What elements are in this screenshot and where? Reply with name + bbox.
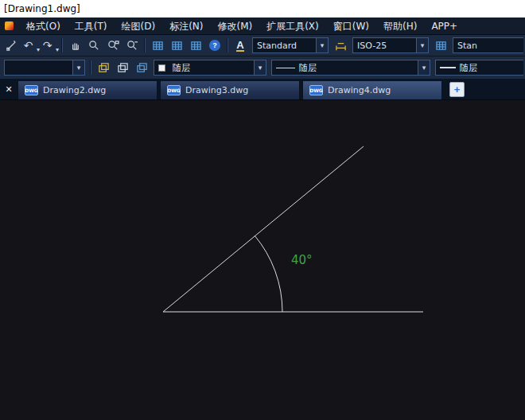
redo-dropdown-icon[interactable]: ▾: [56, 46, 59, 56]
angle-diagonal-line[interactable]: [163, 146, 364, 312]
zoom-realtime-button[interactable]: [84, 37, 103, 54]
title-bar: [Drawing1.dwg]: [0, 0, 525, 18]
menu-app-plus[interactable]: APP+: [424, 18, 465, 35]
help-button[interactable]: ?: [205, 37, 224, 54]
dimension-icon: [335, 40, 347, 52]
match-properties-button[interactable]: [2, 37, 21, 54]
zoom-window-button[interactable]: [103, 37, 122, 54]
dwg-file-icon: DWG: [309, 85, 323, 95]
menu-help[interactable]: 帮助(H): [376, 18, 424, 35]
table-style-button[interactable]: [431, 37, 450, 54]
standard-toolbar: ↶ ▾ ↷ ▾ ? A Standard ▾ ISO-25 ▾ Stan: [0, 35, 525, 56]
tab-drawing3[interactable]: DWG Drawing3.dwg: [160, 80, 300, 99]
redo-icon: ↷: [43, 39, 52, 52]
layers-icon: [117, 62, 129, 74]
toolbar-separator: [61, 38, 63, 52]
hand-icon: [69, 40, 81, 52]
dim-style-combo[interactable]: ISO-25 ▾: [352, 37, 429, 53]
menu-format[interactable]: 格式(O): [19, 18, 68, 35]
lineweight-sample: [440, 67, 456, 68]
tab-label: Drawing2.dwg: [43, 85, 106, 95]
zoom-previous-button[interactable]: [122, 37, 142, 54]
grid-icon: [152, 40, 164, 52]
chevron-down-icon[interactable]: ▾: [416, 38, 428, 52]
menu-express-tools[interactable]: 扩展工具(X): [259, 18, 326, 35]
dwg-file-icon: DWG: [25, 85, 38, 95]
table-style-combo[interactable]: Stan: [453, 37, 523, 53]
linetype-sample: [276, 68, 295, 68]
menu-bar: 格式(O) 工具(T) 绘图(D) 标注(N) 修改(M) 扩展工具(X) 窗口…: [0, 18, 525, 35]
text-style-icon: A: [236, 40, 243, 52]
layer-previous-button[interactable]: [132, 59, 151, 76]
window-title: [Drawing1.dwg]: [4, 3, 80, 14]
tab-drawing4[interactable]: DWG Drawing4.dwg: [302, 80, 442, 99]
pan-button[interactable]: [65, 37, 84, 54]
magnifier-window-icon: [107, 40, 119, 52]
linetype-combo[interactable]: 随层 ▾: [271, 60, 430, 76]
toolbar-separator: [227, 38, 228, 52]
chevron-down-icon[interactable]: ▾: [72, 60, 84, 75]
undo-button[interactable]: ↶: [21, 37, 36, 54]
menu-modify[interactable]: 修改(M): [210, 18, 259, 35]
tool-palettes-button[interactable]: [186, 37, 205, 54]
chevron-down-icon[interactable]: ▾: [418, 60, 430, 75]
drawing-area[interactable]: 40°: [0, 100, 525, 420]
grid-icon: [190, 40, 202, 52]
angle-dimension-text[interactable]: 40°: [291, 253, 313, 267]
close-tab-button[interactable]: ✕: [0, 79, 18, 99]
new-drawing-button[interactable]: +: [449, 82, 465, 97]
layers-icon: [98, 62, 110, 74]
model-space[interactable]: 40°: [0, 100, 525, 420]
properties-palette-button[interactable]: [148, 37, 167, 54]
brush-icon: [6, 40, 18, 52]
chevron-down-icon[interactable]: ▾: [316, 38, 328, 52]
menu-window[interactable]: 窗口(W): [326, 18, 376, 35]
layer-combo[interactable]: ▾: [4, 60, 85, 76]
dim-style-button[interactable]: [331, 37, 350, 54]
menu-dimension[interactable]: 标注(N): [162, 18, 210, 35]
linetype-value: 随层: [295, 62, 418, 74]
close-icon: ✕: [5, 84, 12, 95]
text-style-button[interactable]: A: [231, 37, 250, 54]
table-icon: [435, 40, 447, 52]
layers-icon: [136, 62, 148, 74]
properties-toolbar: ▾ 随层 ▾ 随层 ▾ 随层: [0, 56, 525, 80]
drawing-tabs-bar: ✕ DWG Drawing2.dwg DWG Drawing3.dwg DWG …: [0, 80, 525, 100]
magnifier-previous-icon: [126, 40, 138, 52]
toolbar-separator: [144, 38, 146, 52]
layer-properties-button[interactable]: [94, 59, 113, 76]
plus-icon: +: [454, 84, 461, 95]
app-icon[interactable]: [5, 21, 14, 30]
dim-style-value: ISO-25: [353, 41, 416, 51]
color-value: 随层: [169, 62, 254, 74]
menu-draw[interactable]: 绘图(D): [115, 18, 163, 35]
tab-label: Drawing4.dwg: [328, 85, 391, 95]
text-style-combo[interactable]: Standard ▾: [252, 37, 329, 53]
tab-label: Drawing3.dwg: [185, 85, 248, 95]
application-window: [Drawing1.dwg] 格式(O) 工具(T) 绘图(D) 标注(N) 修…: [0, 0, 525, 420]
undo-icon: ↶: [24, 39, 33, 52]
grid-icon: [171, 40, 183, 52]
help-icon: ?: [209, 40, 220, 51]
designcenter-button[interactable]: [167, 37, 186, 54]
tab-drawing2[interactable]: DWG Drawing2.dwg: [18, 80, 158, 99]
dwg-file-icon: DWG: [167, 85, 181, 95]
lineweight-combo[interactable]: 随层: [435, 60, 523, 76]
redo-button[interactable]: ↷: [40, 37, 55, 54]
text-style-value: Standard: [253, 41, 316, 51]
color-swatch: [158, 64, 165, 72]
table-style-value: Stan: [453, 41, 523, 51]
color-combo[interactable]: 随层 ▾: [154, 60, 266, 76]
chevron-down-icon[interactable]: ▾: [254, 60, 266, 75]
toolbar-separator: [90, 60, 91, 75]
menu-tools[interactable]: 工具(T): [68, 18, 115, 35]
magnifier-icon: [88, 40, 100, 52]
layer-states-button[interactable]: [113, 59, 132, 76]
angle-arc[interactable]: [255, 235, 282, 312]
lineweight-value: 随层: [456, 62, 523, 74]
